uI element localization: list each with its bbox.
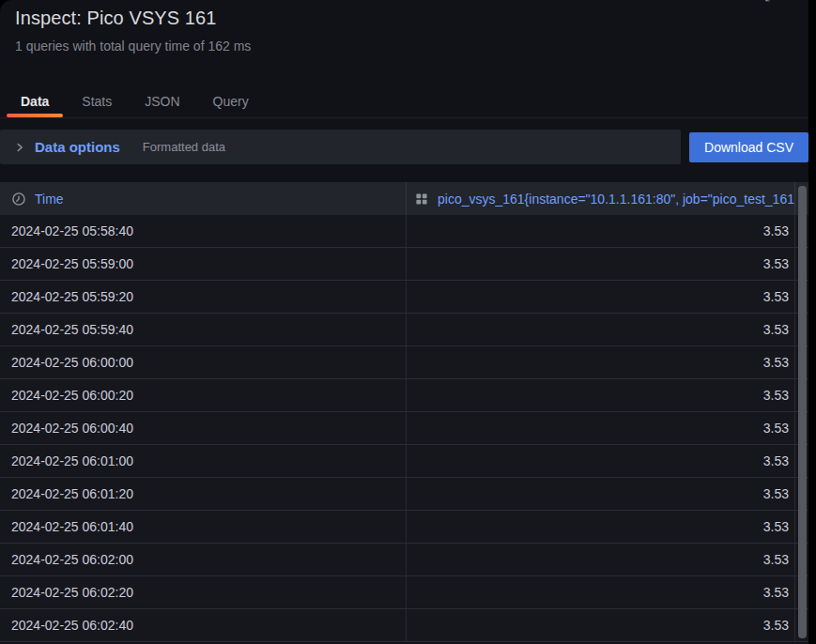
chevron-right-icon	[13, 141, 26, 154]
close-icon[interactable]: ✕	[789, 0, 801, 3]
time-cell: 2024-02-25 05:58:40	[0, 215, 407, 247]
table-row: 2024-02-25 06:02:40 3.53	[0, 609, 808, 642]
value-cell: 3.53	[407, 314, 795, 345]
table-row: 2024-02-25 05:59:00 3.53	[0, 248, 808, 281]
value-cell: 3.53	[407, 215, 795, 247]
options-row: Data options Formatted data Download CSV	[0, 130, 808, 164]
value-cell: 3.53	[407, 511, 795, 543]
column-header-series-label: pico_vsys_161{instance="10.1.1.161:80", …	[438, 192, 795, 207]
query-summary: 1 queries with total query time of 162 m…	[15, 38, 793, 54]
time-cell: 2024-02-25 05:59:40	[0, 314, 407, 345]
tab-data[interactable]: Data	[7, 84, 63, 117]
table-row: 2024-02-25 06:02:20 3.53	[0, 576, 808, 609]
drawer-window-controls: ⤢ ✕	[764, 0, 801, 3]
time-cell: 2024-02-25 06:01:20	[0, 478, 407, 510]
tab-query[interactable]: Query	[199, 84, 263, 117]
table-row: 2024-02-25 06:00:00 3.53	[0, 346, 808, 379]
inspect-drawer: ⤢ ✕ Inspect: Pico VSYS 161 1 queries wit…	[0, 0, 808, 644]
table-header-row: Time pico_vsys_161{instance="10.1.1.161:…	[0, 182, 808, 215]
table-row: 2024-02-25 05:58:40 3.53	[0, 215, 808, 248]
value-cell: 3.53	[407, 576, 795, 608]
value-cell: 3.53	[407, 248, 795, 280]
clock-icon	[11, 192, 26, 207]
time-cell: 2024-02-25 06:00:00	[0, 346, 407, 378]
table-row: 2024-02-25 06:01:40 3.53	[0, 511, 808, 544]
download-csv-button[interactable]: Download CSV	[689, 132, 808, 162]
time-cell: 2024-02-25 05:59:20	[0, 281, 407, 313]
expand-icon[interactable]: ⤢	[764, 0, 776, 3]
column-header-time-label: Time	[35, 192, 64, 207]
table-row: 2024-02-25 06:00:40 3.53	[0, 412, 808, 445]
table-row: 2024-02-25 06:01:20 3.53	[0, 478, 808, 511]
data-options-summary: Formatted data	[143, 140, 225, 154]
inspect-tabs: Data Stats JSON Query	[0, 84, 808, 118]
time-cell: 2024-02-25 06:01:40	[0, 511, 407, 543]
table-row: 2024-02-25 06:00:20 3.53	[0, 379, 808, 412]
table-vertical-scrollbar[interactable]	[798, 186, 807, 638]
drawer-header: Inspect: Pico VSYS 161 1 queries with to…	[0, 0, 808, 54]
value-cell: 3.53	[407, 412, 795, 444]
table-row: 2024-02-25 06:01:00 3.53	[0, 445, 808, 478]
value-cell: 3.53	[407, 609, 795, 641]
data-table: Time pico_vsys_161{instance="10.1.1.161:…	[0, 182, 808, 642]
time-cell: 2024-02-25 06:00:40	[0, 412, 407, 444]
value-cell: 3.53	[407, 379, 795, 411]
table-body: 2024-02-25 05:58:40 3.53 2024-02-25 05:5…	[0, 215, 808, 642]
table-row: 2024-02-25 06:02:00 3.53	[0, 544, 808, 576]
value-cell: 3.53	[407, 346, 795, 378]
value-cell: 3.53	[407, 478, 795, 510]
value-cell: 3.53	[407, 544, 795, 575]
value-cell: 3.53	[407, 445, 795, 477]
time-cell: 2024-02-25 06:00:20	[0, 379, 407, 411]
column-header-series[interactable]: pico_vsys_161{instance="10.1.1.161:80", …	[407, 182, 795, 215]
tab-json[interactable]: JSON	[131, 84, 193, 117]
data-options-expander[interactable]: Data options Formatted data	[0, 130, 681, 164]
table-icon	[414, 192, 429, 207]
data-tab-content: Data options Formatted data Download CSV…	[0, 130, 808, 642]
time-cell: 2024-02-25 06:02:00	[0, 544, 407, 575]
column-header-time[interactable]: Time	[0, 182, 407, 215]
table-row: 2024-02-25 05:59:20 3.53	[0, 281, 808, 314]
table-row: 2024-02-25 05:59:40 3.53	[0, 314, 808, 346]
time-cell: 2024-02-25 06:02:20	[0, 576, 407, 608]
time-cell: 2024-02-25 05:59:00	[0, 248, 407, 280]
value-cell: 3.53	[407, 281, 795, 313]
page-title: Inspect: Pico VSYS 161	[15, 8, 793, 29]
tab-stats[interactable]: Stats	[68, 84, 126, 117]
time-cell: 2024-02-25 06:01:00	[0, 445, 407, 477]
data-options-label: Data options	[35, 139, 120, 155]
time-cell: 2024-02-25 06:02:40	[0, 609, 407, 641]
